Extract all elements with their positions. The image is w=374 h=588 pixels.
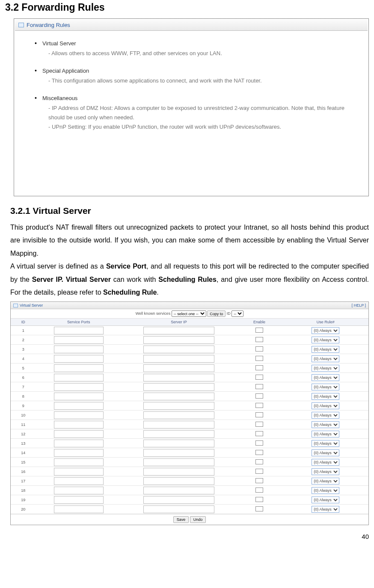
service-port-input[interactable] — [54, 327, 104, 334]
enable-checkbox[interactable] — [255, 365, 263, 370]
service-port-input[interactable] — [54, 449, 104, 457]
server-ip-input[interactable] — [143, 411, 214, 419]
service-port-input[interactable] — [54, 421, 104, 428]
service-port-input[interactable] — [54, 346, 104, 353]
enable-checkbox[interactable] — [255, 440, 263, 446]
server-ip-input[interactable] — [143, 458, 214, 466]
service-port-input[interactable] — [54, 458, 104, 466]
table-row: 7(0) Always — [11, 382, 368, 392]
service-port-input[interactable] — [54, 487, 104, 494]
row-id: 12 — [11, 429, 36, 439]
service-port-input[interactable] — [54, 505, 104, 513]
use-rule-select[interactable]: (0) Always — [312, 421, 339, 428]
server-ip-input[interactable] — [143, 346, 214, 353]
service-port-input[interactable] — [54, 430, 104, 438]
enable-checkbox[interactable] — [255, 488, 263, 493]
service-port-input[interactable] — [54, 477, 104, 485]
row-id: 18 — [11, 486, 36, 495]
term-scheduling-rule: Scheduling Rule — [103, 289, 157, 296]
enable-checkbox[interactable] — [255, 422, 263, 427]
service-port-input[interactable] — [54, 393, 104, 400]
enable-checkbox[interactable] — [255, 346, 263, 352]
server-ip-input[interactable] — [143, 383, 214, 391]
enable-checkbox[interactable] — [255, 459, 263, 464]
use-rule-select[interactable]: (0) Always — [312, 384, 339, 390]
server-ip-input[interactable] — [143, 496, 214, 504]
save-button[interactable]: Save — [173, 516, 189, 523]
use-rule-select[interactable]: (0) Always — [312, 393, 339, 400]
enable-checkbox[interactable] — [255, 450, 263, 455]
server-ip-input[interactable] — [143, 449, 214, 457]
row-id: 8 — [11, 392, 36, 401]
row-id: 5 — [11, 363, 36, 373]
row-id: 11 — [11, 420, 36, 429]
use-rule-select[interactable]: (0) Always — [312, 412, 339, 419]
enable-checkbox[interactable] — [255, 431, 263, 436]
enable-checkbox[interactable] — [255, 393, 263, 399]
use-rule-select[interactable]: (0) Always — [312, 496, 339, 503]
service-port-input[interactable] — [54, 383, 104, 391]
server-ip-input[interactable] — [143, 402, 214, 410]
service-port-input[interactable] — [54, 496, 104, 504]
use-rule-select[interactable]: (0) Always — [312, 440, 339, 447]
use-rule-select[interactable]: (0) Always — [312, 459, 339, 466]
use-rule-select[interactable]: (0) Always — [312, 327, 339, 334]
server-ip-input[interactable] — [143, 374, 214, 381]
help-link[interactable]: [ HELP ] — [352, 303, 366, 307]
service-port-input[interactable] — [54, 468, 104, 476]
server-ip-input[interactable] — [143, 505, 214, 513]
service-port-input[interactable] — [54, 402, 104, 410]
server-ip-input[interactable] — [143, 440, 214, 447]
use-rule-select[interactable]: (0) Always — [312, 374, 339, 381]
item-desc: - IP Address of DMZ Host: Allows a compu… — [48, 103, 357, 132]
enable-checkbox[interactable] — [255, 384, 263, 389]
term-service-port: Service Port — [106, 263, 146, 270]
use-rule-select[interactable]: (0) Always — [312, 355, 339, 362]
use-rule-select[interactable]: (0) Always — [312, 478, 339, 485]
server-ip-input[interactable] — [143, 421, 214, 428]
use-rule-select[interactable]: (0) Always — [312, 402, 339, 409]
server-ip-input[interactable] — [143, 327, 214, 334]
enable-checkbox[interactable] — [255, 356, 263, 361]
use-rule-select[interactable]: (0) Always — [312, 487, 339, 494]
server-ip-input[interactable] — [143, 336, 214, 344]
service-port-input[interactable] — [54, 411, 104, 419]
service-port-input[interactable] — [54, 355, 104, 363]
server-ip-input[interactable] — [143, 468, 214, 476]
well-known-select[interactable]: -- select one -- — [172, 310, 206, 317]
enable-checkbox[interactable] — [255, 497, 263, 502]
table-row: 5(0) Always — [11, 363, 368, 373]
use-rule-select[interactable]: (0) Always — [312, 365, 339, 372]
server-ip-input[interactable] — [143, 355, 214, 363]
service-port-input[interactable] — [54, 374, 104, 381]
id-select[interactable]: -- — [232, 310, 243, 317]
use-rule-select[interactable]: (0) Always — [312, 506, 339, 513]
use-rule-select[interactable]: (0) Always — [312, 346, 339, 353]
panel-title: Forwarding Rules — [27, 22, 70, 28]
enable-checkbox[interactable] — [255, 469, 263, 474]
service-port-input[interactable] — [54, 440, 104, 447]
undo-button[interactable]: Undo — [190, 516, 206, 523]
row-id: 4 — [11, 354, 36, 363]
enable-checkbox[interactable] — [255, 403, 263, 408]
server-ip-input[interactable] — [143, 477, 214, 485]
service-port-input[interactable] — [54, 364, 104, 372]
enable-checkbox[interactable] — [255, 506, 263, 511]
use-rule-select[interactable]: (0) Always — [312, 337, 339, 343]
enable-checkbox[interactable] — [255, 328, 263, 333]
use-rule-select[interactable]: (0) Always — [312, 449, 339, 456]
enable-checkbox[interactable] — [255, 412, 263, 417]
server-ip-input[interactable] — [143, 430, 214, 438]
server-ip-input[interactable] — [143, 364, 214, 372]
server-ip-input[interactable] — [143, 393, 214, 400]
use-rule-select[interactable]: (0) Always — [312, 468, 339, 475]
enable-checkbox[interactable] — [255, 337, 263, 342]
service-port-input[interactable] — [54, 336, 104, 344]
row-id: 1 — [11, 326, 36, 335]
use-rule-select[interactable]: (0) Always — [312, 431, 339, 437]
table-row: 13(0) Always — [11, 439, 368, 448]
copy-to-button[interactable]: Copy to — [207, 310, 226, 317]
enable-checkbox[interactable] — [255, 375, 263, 380]
enable-checkbox[interactable] — [255, 478, 263, 483]
server-ip-input[interactable] — [143, 487, 214, 494]
